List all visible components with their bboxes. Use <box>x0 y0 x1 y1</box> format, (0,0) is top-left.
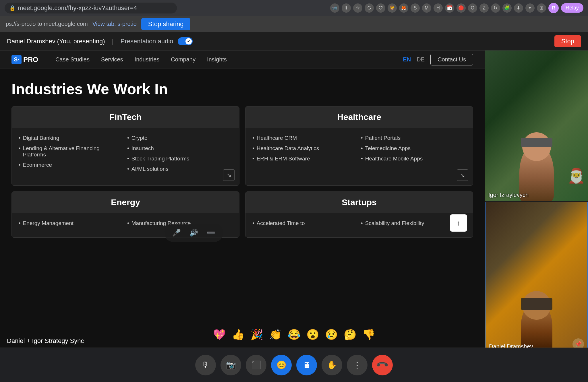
nav-services[interactable]: Services <box>101 56 123 63</box>
nav-case-studies[interactable]: Case Studies <box>55 56 90 63</box>
spro-logo-text: PRO <box>23 56 38 64</box>
gnome-decoration: 🎅 <box>567 167 585 184</box>
fintech-card: FinTech Digital Banking Lending & Altern… <box>11 106 239 186</box>
raise-hand-button[interactable]: ✋ <box>322 355 342 375</box>
healthcare-card: Healthcare Healthcare CRM Healthcare Dat… <box>245 106 473 186</box>
page-title: Industries We Work In <box>11 80 473 98</box>
screen-share-bar: ps://s-pro.io to meet.google.com View ta… <box>0 16 588 32</box>
microphone-button[interactable]: 🎙 <box>195 355 216 375</box>
volume-float-icon[interactable]: 🔊 <box>187 226 200 239</box>
contact-us-button[interactable]: Contact Us <box>430 54 473 65</box>
fintech-list-col2: Crypto Insurtech Stock Trading Platforms… <box>127 135 232 179</box>
more-options-button[interactable]: ⋮ <box>347 355 368 375</box>
share-icon[interactable]: ⬆ <box>342 3 351 13</box>
healthcare-item-1: Healthcare CRM <box>252 135 357 141</box>
startups-card: Startups Accelerated Time to Scalability… <box>245 191 473 238</box>
healthcare-title: Healthcare <box>251 112 467 122</box>
browser-url-bar[interactable]: 🔒 meet.google.com/fhy-xpzz-iuv?authuser=… <box>5 3 177 13</box>
profile-avatar[interactable]: R <box>548 3 559 13</box>
spro-nav-links: Case Studies Services Industries Company… <box>55 56 227 63</box>
bookmark-icon[interactable]: ☆ <box>353 3 362 13</box>
extension5-icon[interactable]: 🔴 <box>457 3 466 13</box>
extension1-icon[interactable]: S <box>411 3 420 13</box>
view-tab-link[interactable]: View tab: s-pro.io <box>92 21 137 27</box>
camera-button[interactable]: 📷 <box>220 355 241 375</box>
browser-toolbar: 📹 ⬆ ☆ G 🛡 🦁 🦊 S M H 📅 🔴 O Z ↻ 🧩 ⬇ ✦ ⊞ R … <box>330 3 583 13</box>
emoji-laugh[interactable]: 😂 <box>288 329 301 341</box>
language-en[interactable]: EN <box>403 56 411 63</box>
emoji-clap[interactable]: 👏 <box>269 329 282 341</box>
participants-sidebar: 🎅 Igor Izraylevych Daniel Dramshev 📌 <box>485 51 588 382</box>
presentation-audio-label: Presentation audio <box>121 38 173 45</box>
brave-icon[interactable]: 🦁 <box>388 3 397 13</box>
extension6-icon[interactable]: O <box>468 3 477 13</box>
language-de[interactable]: DE <box>417 56 425 63</box>
present-button[interactable]: 🖥 <box>296 355 317 375</box>
emoji-thumbsdown[interactable]: 👎 <box>362 329 375 341</box>
igor-video: 🎅 Igor Izraylevych <box>485 51 588 202</box>
ext-icon[interactable]: ⊞ <box>537 3 546 13</box>
stop-button-right[interactable]: Stop <box>554 35 581 47</box>
controls-row: 🎙 📷 ⬛ 😊 🖥 ✋ ⋮ 📞 <box>195 355 393 375</box>
minus-float-icon[interactable]: ➖ <box>205 226 217 239</box>
nav-company[interactable]: Company <box>171 56 196 63</box>
fintech-item-1: Digital Banking <box>19 135 124 141</box>
emoji-party[interactable]: 🎉 <box>250 329 263 341</box>
stop-sharing-button[interactable]: Stop sharing <box>141 18 191 30</box>
startups-list-col1: Accelerated Time to <box>252 220 357 230</box>
emoji-thumbsup[interactable]: 👍 <box>232 329 245 341</box>
meeting-name: Daniel + Igor Strategy Sync <box>7 337 84 345</box>
audio-toggle[interactable]: ✓ <box>178 37 193 45</box>
nav-insights[interactable]: Insights <box>207 56 227 63</box>
extension7-icon[interactable]: Z <box>479 3 489 13</box>
extension8-icon[interactable]: ↻ <box>491 3 500 13</box>
scroll-up-button[interactable]: ↑ <box>450 214 467 232</box>
browser-chrome: 🔒 meet.google.com/fhy-xpzz-iuv?authuser=… <box>0 0 588 16</box>
fintech-expand-arrow[interactable]: ↘ <box>223 169 235 181</box>
startups-body: Accelerated Time to Scalability and Flex… <box>245 213 473 237</box>
emoji-think[interactable]: 🤔 <box>344 329 357 341</box>
extension4-icon[interactable]: 📅 <box>445 3 454 13</box>
meet-bottom-controls: 🎙 📷 ⬛ 😊 🖥 ✋ ⋮ 📞 <box>0 348 588 382</box>
floating-controls: 🎤 🔊 ➖ <box>165 224 223 242</box>
healthcare-item-6: Healthcare Mobile Apps <box>361 156 466 162</box>
relay-button[interactable]: Relay <box>561 3 583 13</box>
fintech-item-2: Lending & Alternative Financing Platform… <box>19 145 124 158</box>
puzzle-icon[interactable]: 🧩 <box>502 3 512 13</box>
igor-video-background: 🎅 <box>485 51 588 201</box>
emoji-heart[interactable]: 💖 <box>213 329 226 341</box>
metamask-icon[interactable]: 🦊 <box>399 3 408 13</box>
healthcare-item-2: Healthcare Data Analytics <box>252 145 357 152</box>
emoji-sad[interactable]: 😢 <box>325 329 338 341</box>
energy-title: Energy <box>18 197 233 207</box>
fintech-item-7: AI/ML solutions <box>127 166 232 172</box>
fintech-item-6: Stock Trading Platforms <box>127 156 232 162</box>
extension2-icon[interactable]: M <box>422 3 431 13</box>
camera-toolbar-icon[interactable]: 📹 <box>330 3 339 13</box>
healthcare-item-5: Telemedicine Apps <box>361 145 466 152</box>
captions-button[interactable]: ⬛ <box>246 355 266 375</box>
vpn-icon[interactable]: 🛡 <box>376 3 385 13</box>
mic-off-float-icon[interactable]: 🎤 <box>170 226 183 239</box>
igor-participant-label: Igor Izraylevych <box>488 192 529 198</box>
download-icon[interactable]: ⬇ <box>514 3 523 13</box>
healthcare-list-col2: Patient Portals Telemedicine Apps Health… <box>361 135 466 179</box>
healthcare-list-col1: Healthcare CRM Healthcare Data Analytics… <box>252 135 357 179</box>
healthcare-header: Healthcare <box>245 106 473 128</box>
healthcare-expand-arrow[interactable]: ↘ <box>457 169 468 181</box>
end-call-button[interactable]: 📞 <box>368 350 397 380</box>
emoji-picker-button[interactable]: 😊 <box>271 355 292 375</box>
energy-item-1: Energy Management <box>19 220 124 226</box>
translate-icon[interactable]: G <box>365 3 374 13</box>
sync-icon[interactable]: ✦ <box>525 3 535 13</box>
extension3-icon[interactable]: H <box>434 3 443 13</box>
toggle-knob: ✓ <box>185 38 192 44</box>
fintech-item-4: Crypto <box>127 135 232 141</box>
spro-logo: S· PRO <box>11 55 38 64</box>
nav-industries[interactable]: Industries <box>135 56 160 63</box>
toolbar-divider: | <box>112 37 114 45</box>
spro-logo-icon: S· <box>11 55 22 64</box>
emoji-wow[interactable]: 😮 <box>306 329 319 341</box>
healthcare-item-3: ERH & ERM Software <box>252 156 357 162</box>
startups-item-1: Accelerated Time to <box>252 220 357 226</box>
